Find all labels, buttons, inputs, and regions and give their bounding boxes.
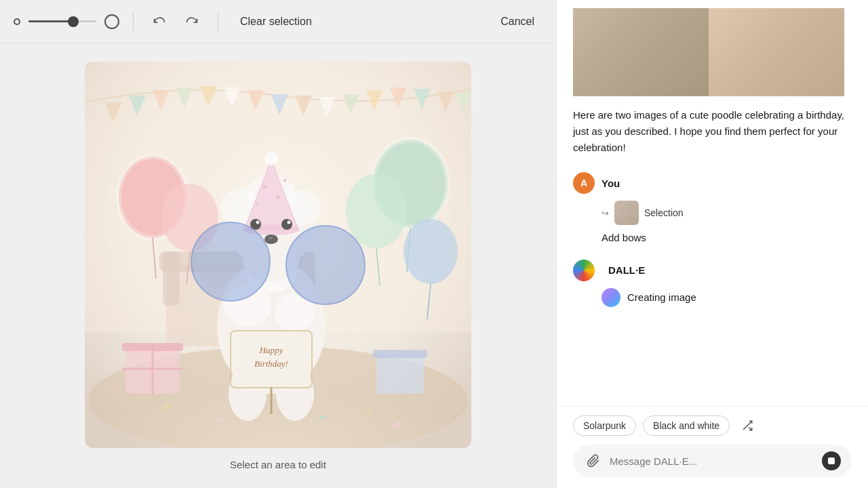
loading-spinner-icon [601,288,620,307]
svg-rect-78 [85,62,471,448]
generated-images-strip [573,8,852,96]
redo-button[interactable] [180,9,204,34]
stop-button[interactable] [822,451,841,470]
creating-image-status: Creating image [573,288,852,307]
dalle-message-header: DALL·E [573,260,852,281]
edit-image-container[interactable]: Happy Birthday! [85,62,471,448]
dalle-sender-label: DALL·E [608,264,645,276]
dalle-description: Here are two images of a cute poodle cel… [573,107,852,156]
generated-image-1[interactable] [573,8,709,96]
brush-size-max-indicator [104,14,119,29]
select-area-text: Select an area to edit [230,459,326,470]
cancel-button[interactable]: Cancel [492,12,542,32]
image-area[interactable]: Happy Birthday! Select an area to edit [0,43,556,488]
right-panel: Here are two images of a cute poodle cel… [556,0,868,488]
suggestions-row: Solarpunk Black and white [573,415,852,436]
generated-image-2[interactable] [709,8,844,96]
stop-icon [828,458,835,464]
sender-label: You [601,178,620,189]
dalle-message: DALL·E Creating image [573,260,852,307]
message-input[interactable] [610,455,815,467]
selection-reference: ↪ Selection [601,201,852,225]
undo-button[interactable] [147,9,172,34]
suggestion-chip-blackwhite[interactable]: Black and white [643,415,730,436]
selection-thumbnail [614,201,639,225]
poodle-image: Happy Birthday! [85,62,471,448]
shuffle-button[interactable] [736,415,758,436]
user-message-text: Add bows [601,230,852,246]
creating-image-text: Creating image [627,291,696,303]
left-panel: Clear selection Cancel [0,0,556,488]
bottom-area: Solarpunk Black and white [557,406,868,488]
message-input-area [573,445,852,477]
avatar: A [573,172,595,194]
brush-size-min-indicator [14,18,20,25]
user-message-body: ↪ Selection Add bows [573,201,852,246]
clear-selection-button[interactable]: Clear selection [232,12,320,32]
dalle-avatar [573,260,595,281]
reply-arrow-icon: ↪ [601,208,609,218]
attach-button[interactable] [584,451,603,470]
user-message-header: A You [573,172,852,194]
suggestion-chip-solarpunk[interactable]: Solarpunk [573,415,636,436]
user-message: A You ↪ Selection Add bows [573,172,852,246]
toolbar: Clear selection Cancel [0,0,556,43]
chat-area[interactable]: Here are two images of a cute poodle cel… [557,0,868,406]
toolbar-divider-1 [133,12,134,31]
brush-size-slider[interactable] [28,20,96,22]
selection-label: Selection [644,207,684,218]
toolbar-divider-2 [218,12,218,31]
